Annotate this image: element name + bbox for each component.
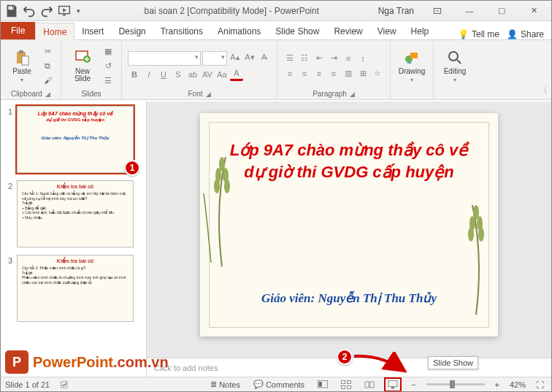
tab-insert[interactable]: Insert bbox=[74, 23, 111, 39]
fit-to-window-button[interactable]: ⛶ bbox=[533, 378, 547, 391]
line-spacing-button[interactable]: ≡ bbox=[342, 52, 355, 65]
thumb-1-preview[interactable]: Lớp 9A7 chào mừng thầy cô về dự giờ thi … bbox=[17, 106, 134, 173]
tab-design[interactable]: Design bbox=[111, 23, 153, 39]
cut-button[interactable]: ✂ bbox=[40, 45, 55, 58]
notes-button[interactable]: ≣ Notes bbox=[207, 378, 243, 391]
qat-more-button[interactable]: ▾ bbox=[74, 3, 83, 19]
slide-title[interactable]: Lớp 9A7 chào mừng thầy cô về dự giờ thi … bbox=[222, 139, 476, 182]
zoom-out-button[interactable]: − bbox=[408, 378, 418, 391]
new-slide-icon bbox=[74, 49, 91, 66]
title-bar: ▾ bai soan 2 [Compatibility Mode] - Powe… bbox=[1, 1, 551, 21]
zoom-level[interactable]: 42% bbox=[510, 380, 526, 389]
svg-rect-5 bbox=[22, 56, 28, 65]
font-launcher[interactable]: ◢ bbox=[206, 91, 211, 98]
text-direction-button[interactable]: ↕ bbox=[356, 52, 369, 65]
tab-review[interactable]: Review bbox=[326, 23, 369, 39]
spell-check-button[interactable] bbox=[57, 378, 73, 391]
font-family-combo[interactable] bbox=[128, 51, 201, 66]
minimize-button[interactable]: — bbox=[455, 1, 484, 21]
clipboard-label: Clipboard bbox=[11, 90, 42, 98]
collapse-ribbon-button[interactable]: 〈 bbox=[539, 85, 548, 97]
section-button[interactable]: ☰ bbox=[101, 74, 115, 87]
align-text-button[interactable]: ⊞ bbox=[356, 67, 369, 80]
numbers-button[interactable]: ☷ bbox=[298, 52, 311, 65]
slide-canvas-wrap[interactable]: Lớp 9A7 chào mừng thầy cô về dự giờ thi … bbox=[147, 101, 551, 358]
tab-view[interactable]: View bbox=[370, 23, 404, 39]
underline-button[interactable]: U bbox=[157, 68, 170, 81]
char-spacing-button[interactable]: AV bbox=[201, 68, 214, 81]
align-right-button[interactable]: ≡ bbox=[313, 67, 326, 80]
indent-inc-button[interactable]: ⇥ bbox=[327, 52, 340, 65]
svg-rect-29 bbox=[391, 387, 394, 388]
font-size-combo[interactable] bbox=[202, 51, 227, 66]
smartart-button[interactable]: ☆ bbox=[371, 67, 384, 80]
slide-thumbnails-pane[interactable]: 1 Lớp 9A7 chào mừng thầy cô về dự giờ th… bbox=[1, 101, 147, 377]
tab-home[interactable]: Home bbox=[35, 23, 74, 40]
powerpoint-logo-icon: P bbox=[5, 350, 28, 374]
layout-button[interactable]: ▦ bbox=[101, 45, 115, 58]
copy-button[interactable]: ⧉ bbox=[40, 59, 55, 72]
thumb-2[interactable]: 2 Kiểm tra bài cũ Câu hỏi 1: Ngoài bảng … bbox=[4, 180, 143, 247]
close-button[interactable]: ✕ bbox=[519, 1, 548, 21]
thumb-3[interactable]: 3 Kiểm tra bài cũ Câu hỏi 2: Phần mềm tr… bbox=[4, 255, 143, 322]
drawing-button[interactable]: Drawing ▾ bbox=[396, 45, 427, 87]
window-title: bai soan 2 [Compatibility Mode] - PowerP… bbox=[85, 6, 378, 16]
sorter-view-button[interactable] bbox=[338, 378, 354, 391]
share-button[interactable]: 👤Share bbox=[507, 29, 544, 39]
tab-animations[interactable]: Animations bbox=[210, 23, 268, 39]
bullets-button[interactable]: ☰ bbox=[283, 52, 296, 65]
italic-button[interactable]: I bbox=[142, 68, 156, 81]
save-button[interactable] bbox=[4, 3, 20, 19]
clear-formatting-button[interactable]: A̶ bbox=[258, 51, 271, 64]
paste-button[interactable]: Paste ▾ bbox=[7, 45, 37, 87]
ribbon-options-button[interactable] bbox=[423, 1, 452, 21]
align-left-button[interactable]: ≡ bbox=[283, 67, 296, 80]
slideshow-view-button[interactable] bbox=[385, 378, 401, 391]
tab-help[interactable]: Help bbox=[404, 23, 437, 39]
drawing-icon bbox=[403, 49, 421, 66]
svg-rect-25 bbox=[347, 380, 350, 383]
undo-button[interactable] bbox=[21, 3, 37, 19]
tellme-button[interactable]: 💡Tell me bbox=[458, 29, 499, 39]
maximize-button[interactable]: ▢ bbox=[487, 1, 516, 21]
align-center-button[interactable]: ≡ bbox=[298, 67, 311, 80]
reading-view-button[interactable] bbox=[361, 378, 377, 391]
increase-font-button[interactable]: A▴ bbox=[229, 51, 242, 64]
thumb-1[interactable]: 1 Lớp 9A7 chào mừng thầy cô về dự giờ th… bbox=[4, 106, 143, 173]
zoom-slider[interactable] bbox=[426, 383, 485, 385]
zoom-in-button[interactable]: + bbox=[492, 378, 502, 391]
watermark: P PowerPoint.com.vn bbox=[5, 350, 169, 374]
decrease-font-button[interactable]: A▾ bbox=[243, 51, 256, 64]
tab-file[interactable]: File bbox=[1, 22, 35, 39]
format-painter-button[interactable]: 🖌 bbox=[40, 74, 55, 87]
slide-subtitle[interactable]: Giáo viên: Nguyễn Thị Thu Thủy bbox=[215, 291, 483, 306]
justify-button[interactable]: ≡ bbox=[327, 67, 340, 80]
thumb-3-preview[interactable]: Kiểm tra bài cũ Câu hỏi 2: Phần mềm trìn… bbox=[17, 255, 134, 322]
start-from-beginning-button[interactable] bbox=[56, 3, 72, 19]
paste-icon bbox=[13, 49, 31, 66]
slide-canvas[interactable]: Lớp 9A7 chào mừng thầy cô về dự giờ thi … bbox=[200, 113, 498, 337]
redo-button[interactable] bbox=[39, 3, 55, 19]
user-name[interactable]: Nga Tran bbox=[378, 6, 414, 16]
clipboard-launcher[interactable]: ◢ bbox=[45, 91, 50, 98]
bold-button[interactable]: B bbox=[128, 68, 141, 81]
reset-button[interactable]: ↺ bbox=[101, 59, 115, 72]
tab-transitions[interactable]: Transitions bbox=[153, 23, 210, 39]
editing-button[interactable]: Editing ▾ bbox=[440, 45, 470, 87]
normal-view-button[interactable] bbox=[315, 378, 331, 391]
group-editing: Editing ▾ bbox=[434, 40, 476, 99]
thumb-2-preview[interactable]: Kiểm tra bài cũ Câu hỏi 1: Ngoài bảng vi… bbox=[17, 180, 134, 247]
shadow-button[interactable]: ab bbox=[186, 68, 199, 81]
strike-button[interactable]: S bbox=[172, 68, 185, 81]
change-case-button[interactable]: Aa bbox=[215, 68, 229, 81]
paragraph-launcher[interactable]: ◢ bbox=[350, 91, 355, 98]
columns-button[interactable]: ▥ bbox=[342, 67, 355, 80]
indent-dec-button[interactable]: ⇤ bbox=[313, 52, 326, 65]
tab-slideshow[interactable]: Slide Show bbox=[268, 23, 326, 39]
new-slide-button[interactable]: New Slide bbox=[67, 45, 98, 87]
slide-counter[interactable]: Slide 1 of 21 bbox=[5, 380, 50, 389]
comments-button[interactable]: 💬 Comments bbox=[250, 378, 307, 391]
svg-point-14 bbox=[214, 179, 220, 193]
svg-rect-24 bbox=[341, 380, 345, 383]
font-color-button[interactable]: A bbox=[230, 68, 243, 81]
